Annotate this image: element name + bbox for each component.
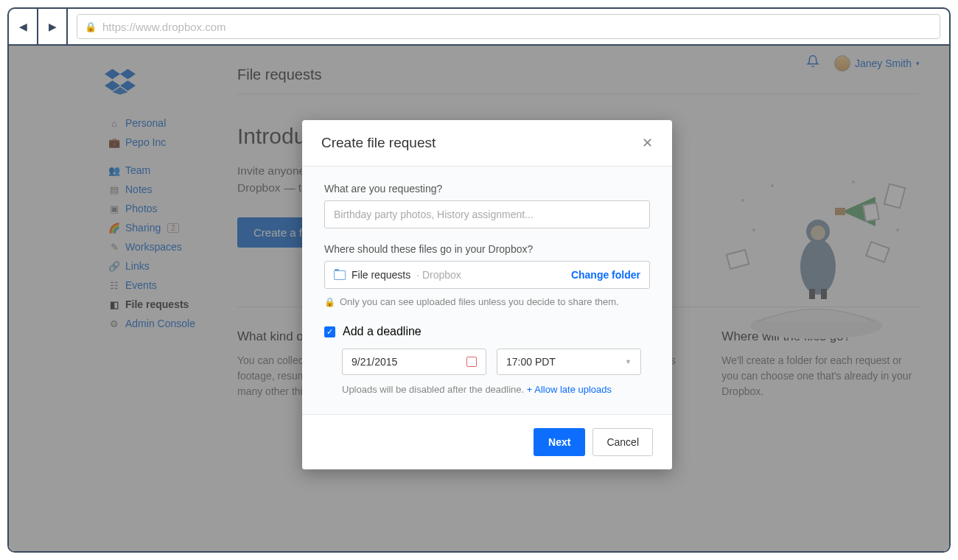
browser-forward-button[interactable]: ▶ [38,8,68,45]
browser-toolbar: ◀ ▶ 🔒 https://www.dropbox.com [9,9,949,46]
address-bar[interactable]: 🔒 https://www.dropbox.com [77,14,940,39]
calendar-icon [466,357,477,367]
change-folder-link[interactable]: Change folder [571,269,640,281]
deadline-date-input[interactable]: 9/21/2015 [342,349,486,375]
cancel-button[interactable]: Cancel [592,428,653,456]
deadline-time-select[interactable]: 17:00 PDT ▼ [497,349,641,375]
url-text: https://www.dropbox.com [102,21,226,33]
add-deadline-checkbox[interactable] [324,326,335,337]
add-deadline-label: Add a deadline [343,325,422,338]
next-button[interactable]: Next [534,428,585,456]
lock-icon: 🔒 [85,21,97,32]
folder-name: File requests [352,269,410,281]
chevron-down-icon: ▼ [625,358,632,365]
destination-folder-box: File requests · Dropbox Change folder [324,261,650,289]
request-name-input[interactable] [324,200,650,228]
deadline-date-value: 9/21/2015 [352,356,397,368]
modal-title: Create file request [321,135,436,151]
close-icon[interactable]: ✕ [642,135,653,151]
lock-icon: 🔒 [324,297,335,307]
deadline-time-value: 17:00 PDT [506,356,556,368]
allow-late-uploads-link[interactable]: + Allow late uploads [527,384,612,395]
create-file-request-modal: Create file request ✕ What are you reque… [302,120,672,469]
deadline-note-text: Uploads will be disabled after the deadl… [342,384,527,395]
request-name-label: What are you requesting? [324,183,650,195]
browser-back-button[interactable]: ◀ [9,8,38,45]
privacy-hint: Only you can see uploaded files unless y… [340,296,619,307]
destination-label: Where should these files go in your Drop… [324,243,650,255]
folder-sublabel: · Dropbox [416,269,461,281]
folder-icon [334,270,346,280]
